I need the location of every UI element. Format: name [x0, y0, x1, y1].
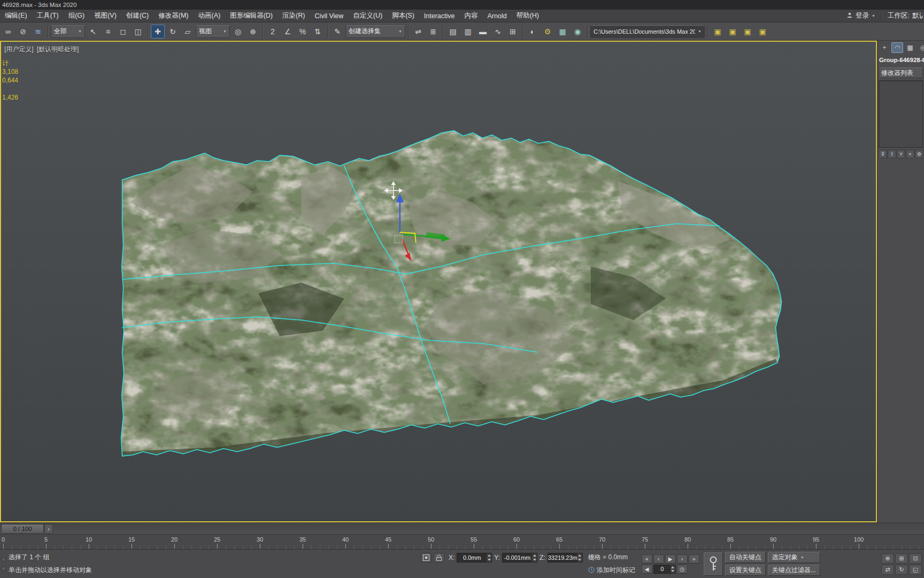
spinner-arrows[interactable] [578, 553, 582, 562]
key-mode-toggle-button[interactable]: ◀ [642, 565, 652, 574]
rectangular-selection-region-icon[interactable]: ◻ [116, 25, 130, 39]
viewport-shading-label[interactable]: [默认明暗处理] [37, 45, 79, 54]
select-object-icon[interactable]: ↖ [86, 25, 100, 39]
select-and-scale-icon[interactable]: ▱ [181, 25, 195, 39]
reference-coordinate-dropdown[interactable]: 视图 ▼ [196, 25, 230, 38]
snaps-toggle-icon[interactable]: 2 [266, 25, 280, 39]
key-selection-dropdown[interactable]: 选定对象 ▼ [768, 552, 820, 563]
tab-hierarchy[interactable]: ▦ [904, 42, 916, 53]
menu-item-2[interactable]: 组(G) [64, 10, 90, 22]
menu-item-11[interactable]: 脚本(S) [387, 10, 419, 22]
angle-snap-icon[interactable]: ∠ [281, 25, 295, 39]
zoom-extents-icon[interactable]: ⊡ [909, 553, 922, 564]
menu-item-8[interactable]: 渲染(R) [278, 10, 310, 22]
menu-item-1[interactable]: 工具(T) [32, 10, 64, 22]
key-filters-button[interactable]: 关键点过滤器... [768, 565, 820, 576]
zoom-icon[interactable]: ⊕ [881, 553, 894, 564]
monitor-arrow-icon-3[interactable]: ▣ [741, 25, 754, 39]
tab-motion[interactable]: ◎ [917, 42, 924, 53]
edit-named-selection-sets-icon[interactable]: ✎ [330, 25, 344, 39]
mirror-icon[interactable]: ⇌ [411, 25, 425, 39]
zoom-all-icon[interactable]: ⊞ [895, 553, 908, 564]
spinner-arrows[interactable] [532, 553, 537, 562]
select-and-rotate-icon[interactable]: ↻ [166, 25, 180, 39]
menu-item-9[interactable]: Civil View [310, 10, 348, 22]
x-coordinate-field[interactable]: 0.0mm [457, 553, 492, 562]
select-by-name-icon[interactable]: ≡ [101, 25, 115, 39]
toggle-ribbon-icon[interactable]: ▬ [476, 25, 490, 39]
menu-item-10[interactable]: 自定义(U) [348, 10, 387, 22]
material-editor-icon[interactable]: ◐ [526, 25, 540, 39]
title-bar[interactable]: 46928.max - 3ds Max 2020 [0, 0, 924, 10]
monitor-arrow-icon-2[interactable]: ▣ [726, 25, 740, 39]
select-and-move-icon[interactable]: ✚ [151, 25, 165, 39]
toggle-layer-explorer-icon[interactable]: ▥ [461, 25, 475, 39]
select-and-manipulate-icon[interactable]: ⊕ [246, 25, 260, 39]
statusbar-grip[interactable] [0, 550, 6, 578]
viewport-canvas[interactable] [1, 42, 876, 521]
spinner-snap-icon[interactable]: ⇅ [311, 25, 325, 39]
tab-create[interactable]: + [879, 42, 890, 53]
unlink-selection-icon[interactable]: ⊘ [16, 25, 30, 39]
configure-modifier-sets-icon[interactable]: ⚙ [915, 150, 923, 158]
named-selection-sets-dropdown[interactable]: 创建选择集 ▼ [345, 25, 405, 38]
menu-item-12[interactable]: Interactive [419, 10, 460, 22]
time-slider-next-button[interactable]: › [44, 524, 53, 534]
menu-item-0[interactable]: 编辑(E) [0, 10, 32, 22]
selection-filter-dropdown[interactable]: 全部 ▼ [51, 25, 85, 38]
schematic-view-icon[interactable]: ⊞ [506, 25, 520, 39]
y-coordinate-field[interactable]: -0.001mm [502, 553, 537, 562]
menu-item-14[interactable]: Arnold [483, 10, 512, 22]
menu-item-7[interactable]: 图形编辑器(D) [225, 10, 278, 22]
menu-item-6[interactable]: 动画(A) [193, 10, 225, 22]
toggle-scene-explorer-icon[interactable]: ▤ [446, 25, 460, 39]
previous-frame-button[interactable]: ‹ [653, 554, 664, 564]
current-frame-field[interactable]: 0 [653, 565, 676, 574]
monitor-arrow-icon-4[interactable]: ▣ [756, 25, 769, 39]
login-button[interactable]: 登录 [856, 11, 869, 20]
perspective-viewport[interactable]: [用户定义] [默认明暗处理] 计3,1080,6441,426 [0, 41, 877, 522]
select-and-link-icon[interactable]: ∞ [1, 25, 15, 39]
time-slider[interactable]: 0 / 100 › [0, 522, 924, 534]
remove-modifier-icon[interactable]: × [906, 150, 914, 158]
go-to-end-button[interactable]: » [689, 554, 699, 564]
workspace-select[interactable]: 默认 [912, 11, 923, 20]
menu-item-4[interactable]: 创建(C) [121, 10, 153, 22]
set-keys-button[interactable] [704, 552, 723, 576]
render-setup-icon[interactable]: ⚙ [541, 25, 555, 39]
menu-item-13[interactable]: 内容 [460, 10, 483, 22]
go-to-start-button[interactable]: « [642, 554, 652, 564]
menu-item-15[interactable]: 帮助(H) [512, 10, 544, 22]
menu-item-3[interactable]: 视图(V) [89, 10, 121, 22]
project-folder-field[interactable]: C:\Users\DELL\Documents\3ds Max 2020 ▼ [590, 25, 705, 38]
make-unique-icon[interactable]: Y [897, 150, 905, 158]
play-button[interactable]: ▶ [665, 554, 676, 564]
z-coordinate-field[interactable]: 33219.23m [548, 553, 583, 562]
time-slider-handle[interactable]: 0 / 100 [1, 524, 44, 534]
render-production-icon[interactable]: ◉ [571, 25, 584, 39]
viewport-pov-label[interactable]: [用户定义] [4, 45, 34, 54]
isolate-selection-toggle[interactable] [421, 553, 432, 562]
add-time-tag-button[interactable]: 添加时间标记 [588, 566, 635, 575]
auto-key-button[interactable]: 自动关键点 [725, 552, 766, 563]
spinner-arrows[interactable] [487, 553, 491, 562]
use-pivot-center-icon[interactable]: ◎ [231, 25, 245, 39]
track-bar[interactable]: 0510152025303540455055606570758085909510… [0, 534, 924, 549]
tab-modify[interactable]: ◠ [891, 42, 903, 53]
set-key-button[interactable]: 设置关键点 [725, 565, 766, 576]
modifier-stack-list[interactable] [879, 80, 923, 148]
window-crossing-icon[interactable]: ◫ [131, 25, 145, 39]
percent-snap-icon[interactable]: % [296, 25, 310, 39]
pan-icon[interactable]: ⇄ [881, 565, 894, 575]
selection-lock-toggle[interactable] [434, 553, 444, 562]
pin-stack-icon[interactable]: ⊽ [879, 150, 887, 158]
show-end-result-icon[interactable]: ‖ [888, 150, 896, 158]
maximize-viewport-icon[interactable]: ◱ [909, 565, 922, 575]
bind-to-space-warp-icon[interactable]: ≋ [31, 25, 45, 39]
next-frame-button[interactable]: › [677, 554, 688, 564]
rendered-frame-window-icon[interactable]: ▦ [556, 25, 569, 39]
align-icon[interactable]: ≣ [426, 25, 440, 39]
time-configuration-button[interactable]: ◷ [677, 565, 688, 574]
spinner-arrows[interactable] [671, 565, 675, 573]
menu-item-5[interactable]: 修改器(M) [153, 10, 193, 22]
